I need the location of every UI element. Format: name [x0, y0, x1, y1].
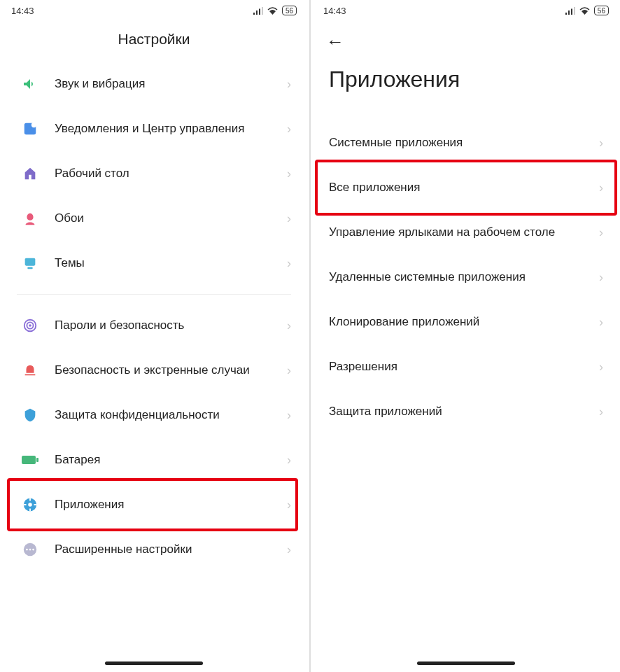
chevron-right-icon: › [599, 225, 603, 240]
svg-rect-0 [253, 13, 255, 15]
status-bar: 14:43 56 [0, 0, 308, 21]
svg-rect-2 [259, 8, 260, 15]
svg-rect-7 [27, 267, 32, 270]
chevron-right-icon: › [287, 122, 291, 136]
item-label: Управление ярлыками на рабочем столе [329, 225, 599, 240]
item-label: Расширенные настройки [55, 542, 287, 557]
status-bar: 14:43 56 [312, 0, 620, 21]
more-icon [21, 540, 39, 559]
chevron-right-icon: › [287, 498, 291, 512]
item-label: Защита приложений [329, 404, 599, 419]
item-label: Батарея [55, 452, 287, 468]
chevron-right-icon: › [599, 181, 603, 195]
settings-item-themes[interactable]: Темы › [0, 241, 308, 286]
item-label: Защита конфиденциальности [55, 407, 287, 423]
item-label: Разрешения [329, 359, 599, 374]
page-header: Настройки [0, 21, 308, 62]
shield-icon [21, 406, 39, 424]
settings-item-wallpaper[interactable]: Обои › [0, 196, 308, 241]
battery-icon: 56 [594, 6, 609, 15]
item-label: Удаленные системные приложения [329, 270, 599, 285]
svg-rect-18 [34, 504, 37, 505]
settings-item-privacy[interactable]: Защита конфиденциальности › [0, 393, 308, 438]
battery-icon: 56 [282, 6, 297, 15]
settings-screen: 14:43 56 Настройки Звук и вибрация › Уве… [0, 0, 308, 672]
svg-point-10 [29, 325, 31, 326]
wallpaper-icon [21, 209, 39, 227]
svg-point-22 [32, 549, 34, 551]
chevron-right-icon: › [599, 270, 603, 285]
settings-item-desktop[interactable]: Рабочий стол › [0, 151, 308, 196]
settings-item-emergency[interactable]: Безопасность и экстренные случаи › [0, 348, 308, 393]
chevron-right-icon: › [599, 405, 603, 419]
apps-item-system[interactable]: Системные приложения › [312, 120, 620, 165]
apps-item-clone[interactable]: Клонирование приложений › [312, 300, 620, 344]
status-time: 14:43 [323, 6, 346, 16]
settings-item-notifications[interactable]: Уведомления и Центр управления › [0, 106, 308, 151]
signal-icon [253, 7, 263, 15]
apps-item-deleted[interactable]: Удаленные системные приложения › [312, 255, 620, 300]
apps-screen: 14:43 56 ← Приложения Системные приложен… [312, 0, 620, 672]
svg-rect-24 [568, 10, 570, 15]
page-title: Приложения [312, 52, 620, 120]
apps-item-shortcuts[interactable]: Управление ярлыками на рабочем столе › [312, 210, 620, 255]
apps-item-all[interactable]: Все приложения › [312, 165, 620, 210]
item-label: Темы [55, 255, 287, 271]
back-button[interactable]: ← [326, 31, 344, 52]
theme-icon [21, 254, 39, 272]
settings-item-sound[interactable]: Звук и вибрация › [0, 62, 308, 106]
svg-point-20 [26, 549, 28, 551]
status-time: 14:43 [11, 6, 34, 16]
settings-item-passwords[interactable]: Пароли и безопасность › [0, 303, 308, 348]
svg-point-21 [29, 549, 31, 551]
chevron-right-icon: › [287, 453, 291, 468]
apps-item-permissions[interactable]: Разрешения › [312, 344, 620, 389]
chevron-right-icon: › [287, 77, 291, 92]
svg-rect-6 [25, 258, 36, 266]
home-indicator[interactable] [417, 662, 515, 665]
back-header: ← [312, 21, 620, 52]
signal-icon [565, 7, 575, 15]
svg-rect-11 [22, 456, 36, 464]
chevron-right-icon: › [287, 318, 291, 333]
chevron-right-icon: › [287, 408, 291, 423]
home-icon [21, 164, 39, 183]
svg-rect-23 [565, 13, 567, 15]
svg-rect-3 [262, 7, 263, 15]
battery-icon [21, 451, 39, 469]
svg-rect-25 [571, 8, 572, 15]
item-label: Приложения [55, 497, 287, 512]
item-label: Звук и вибрация [55, 76, 287, 92]
sound-icon [21, 75, 39, 93]
settings-item-battery[interactable]: Батарея › [0, 438, 308, 482]
home-indicator[interactable] [105, 662, 203, 665]
status-icons: 56 [253, 6, 297, 15]
settings-list: Звук и вибрация › Уведомления и Центр уп… [0, 62, 308, 672]
item-label: Клонирование приложений [329, 314, 599, 330]
svg-rect-16 [29, 509, 31, 512]
chevron-right-icon: › [599, 360, 603, 374]
svg-point-5 [31, 122, 36, 127]
apps-icon [21, 496, 39, 514]
chevron-right-icon: › [287, 363, 291, 378]
svg-rect-26 [574, 7, 575, 15]
settings-item-apps[interactable]: Приложения › [0, 482, 308, 527]
svg-rect-12 [36, 458, 38, 462]
apps-item-protection[interactable]: Защита приложений › [312, 389, 620, 434]
item-label: Уведомления и Центр управления [55, 121, 287, 136]
apps-list: Системные приложения › Все приложения › … [312, 120, 620, 672]
page-title: Настройки [118, 31, 190, 47]
status-icons: 56 [565, 6, 609, 15]
fingerprint-icon [21, 316, 39, 335]
svg-rect-17 [24, 504, 27, 505]
emergency-icon [21, 361, 39, 379]
notification-icon [21, 120, 39, 138]
chevron-right-icon: › [287, 542, 291, 557]
divider [17, 294, 291, 295]
chevron-right-icon: › [287, 167, 291, 181]
item-label: Безопасность и экстренные случаи [55, 363, 287, 378]
item-label: Пароли и безопасность [55, 318, 287, 333]
svg-point-14 [28, 503, 32, 507]
svg-rect-15 [29, 498, 31, 501]
settings-item-advanced[interactable]: Расширенные настройки › [0, 527, 308, 572]
